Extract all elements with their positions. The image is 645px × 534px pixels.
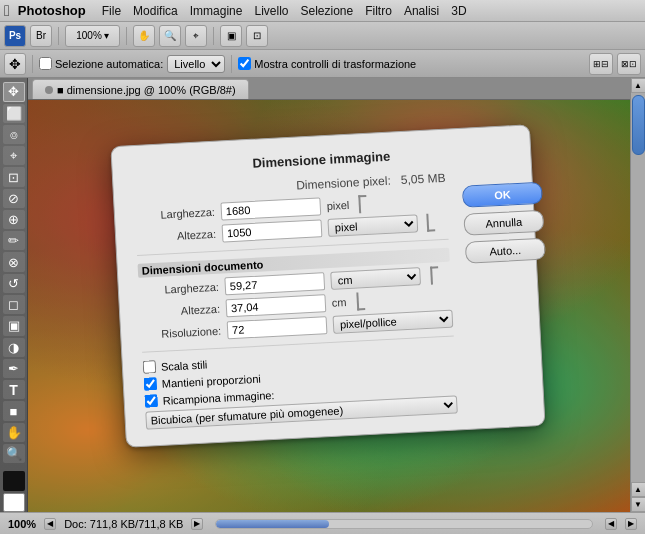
lasso-tool-btn[interactable]: ⌖ xyxy=(185,25,207,47)
toolbar-sep-3 xyxy=(213,27,214,45)
zoom-tool[interactable]: 🔍 xyxy=(3,444,25,463)
canvas-background: Dimensione immagine Dimensione pixel: 5,… xyxy=(28,100,630,512)
resolution-label: Risoluzione: xyxy=(141,325,222,341)
lasso-tool[interactable]: ⌾ xyxy=(3,125,25,144)
apple-menu[interactable]:  xyxy=(4,2,10,20)
eraser-tool[interactable]: ◻ xyxy=(3,295,25,314)
menu-modifica[interactable]: Modifica xyxy=(133,4,178,18)
canvas-area: ■ dimensione.jpg @ 100% (RGB/8#) Dimensi… xyxy=(28,78,630,512)
auto-select-checkbox-label: Selezione automatica: xyxy=(39,57,163,70)
doc-height-input[interactable] xyxy=(226,294,327,317)
zoom-tool-btn[interactable]: 🔍 xyxy=(159,25,181,47)
status-nav-left[interactable]: ◀ xyxy=(44,518,56,530)
tools-panel: ✥ ⬜ ⌾ ⌖ ⊡ ⊘ ⊕ ✏ ⊗ ↺ ◻ ▣ ◑ ✒ T ■ ✋ 🔍 xyxy=(0,78,28,512)
toolbar-sep-1 xyxy=(58,27,59,45)
menu-livello[interactable]: Livello xyxy=(254,4,288,18)
scala-stili-checkbox[interactable] xyxy=(143,360,157,374)
height-input[interactable] xyxy=(222,219,323,242)
resolution-unit-select[interactable]: pixel/pollice xyxy=(333,310,454,334)
doc-width-unit-select[interactable]: cm xyxy=(330,267,421,290)
dodge-tool[interactable]: ◑ xyxy=(3,338,25,357)
hand-tool-btn[interactable]: ✋ xyxy=(133,25,155,47)
scroll-up-arrow[interactable]: ▲ xyxy=(631,78,646,93)
width-input[interactable] xyxy=(220,197,321,220)
extra-btn-2[interactable]: ⊠⊡ xyxy=(617,53,641,75)
dialog-button-group: OK Annulla Auto... xyxy=(461,166,554,413)
rect-select-tool[interactable]: ⬜ xyxy=(3,104,25,123)
ricampiona-checkbox[interactable] xyxy=(144,394,158,408)
doc-width-input[interactable] xyxy=(224,272,325,295)
toolbar-sep-2 xyxy=(126,27,127,45)
height-label: Altezza: xyxy=(136,228,217,244)
crop-tool[interactable]: ⊡ xyxy=(3,167,25,186)
shape-tool[interactable]: ■ xyxy=(3,401,25,420)
transform-checkbox[interactable] xyxy=(238,57,251,70)
hand-tool[interactable]: ✋ xyxy=(3,423,25,442)
frame2-btn[interactable]: ⊡ xyxy=(246,25,268,47)
tab-title: ■ dimensione.jpg @ 100% (RGB/8#) xyxy=(57,84,236,96)
width-unit: pixel xyxy=(326,199,349,212)
right-scrollbar: ▲ ▲ ▼ xyxy=(630,78,645,512)
ok-button[interactable]: OK xyxy=(462,182,543,208)
auto-button[interactable]: Auto... xyxy=(465,238,546,264)
scroll-down-arrow-2[interactable]: ▼ xyxy=(631,497,646,512)
doc-height-label: Altezza: xyxy=(140,303,221,319)
annulla-button[interactable]: Annulla xyxy=(463,210,544,236)
status-progress-bar xyxy=(215,519,593,529)
menu-filtro[interactable]: Filtro xyxy=(365,4,392,18)
status-progress-fill xyxy=(216,520,329,528)
heal-brush-tool[interactable]: ⊕ xyxy=(3,210,25,229)
status-scroll-right[interactable]: ▶ xyxy=(625,518,637,530)
status-doc: Doc: 711,8 KB/711,8 KB xyxy=(64,518,183,530)
menu-selezione[interactable]: Selezione xyxy=(300,4,353,18)
tab-bar: ■ dimensione.jpg @ 100% (RGB/8#) xyxy=(28,78,630,100)
text-tool[interactable]: T xyxy=(3,380,25,399)
status-scroll-left[interactable]: ◀ xyxy=(605,518,617,530)
canvas-tab[interactable]: ■ dimensione.jpg @ 100% (RGB/8#) xyxy=(32,79,249,99)
toolbar-2: ✥ Selezione automatica: Livello Mostra c… xyxy=(0,50,645,78)
ps-button[interactable]: Ps xyxy=(4,25,26,47)
menu-3d[interactable]: 3D xyxy=(451,4,466,18)
status-zoom: 100% xyxy=(8,518,36,530)
resolution-input[interactable] xyxy=(227,316,328,339)
dialog-form: Dimensione pixel: 5,05 MB Larghezza: pix… xyxy=(134,171,458,430)
image-size-dialog: Dimensione immagine Dimensione pixel: 5,… xyxy=(110,124,545,448)
br-button[interactable]: Br xyxy=(30,25,52,47)
status-bar: 100% ◀ Doc: 711,8 KB/711,8 KB ▶ ◀ ▶ xyxy=(0,512,645,534)
status-nav-right[interactable]: ▶ xyxy=(191,518,203,530)
mantieni-proporzioni-checkbox[interactable] xyxy=(144,377,158,391)
menu-analisi[interactable]: Analisi xyxy=(404,4,439,18)
scroll-down-arrow-1[interactable]: ▲ xyxy=(631,482,646,497)
menu-bar:  Photoshop File Modifica Immagine Livel… xyxy=(0,0,645,22)
frame-btn[interactable]: ▣ xyxy=(220,25,242,47)
magic-wand-tool[interactable]: ⌖ xyxy=(3,146,25,165)
menu-immagine[interactable]: Immagine xyxy=(190,4,243,18)
move-tool-btn[interactable]: ✥ xyxy=(4,53,26,75)
mantieni-proporzioni-label: Mantieni proporzioni xyxy=(162,372,262,389)
move-tool[interactable]: ✥ xyxy=(3,82,25,102)
transform-label: Mostra controlli di trasformazione xyxy=(254,58,416,70)
transform-checkbox-label: Mostra controlli di trasformazione xyxy=(238,57,416,70)
ricampiona-label: Ricampiona immagine: xyxy=(162,388,274,406)
menu-file[interactable]: File xyxy=(102,4,121,18)
pen-tool[interactable]: ✒ xyxy=(3,359,25,378)
toolbar2-sep-2 xyxy=(231,55,232,73)
extra-btn-1[interactable]: ⊞⊟ xyxy=(589,53,613,75)
eyedropper-tool[interactable]: ⊘ xyxy=(3,189,25,208)
toolbar-1: Ps Br 100% ▾ ✋ 🔍 ⌖ ▣ ⊡ xyxy=(0,22,645,50)
brush-tool[interactable]: ✏ xyxy=(3,231,25,250)
gradient-tool[interactable]: ▣ xyxy=(3,316,25,335)
app-name: Photoshop xyxy=(18,3,86,18)
stamp-tool[interactable]: ⊗ xyxy=(3,252,25,271)
history-brush-tool[interactable]: ↺ xyxy=(3,274,25,293)
scroll-thumb[interactable] xyxy=(632,95,645,155)
background-color[interactable] xyxy=(3,493,25,513)
foreground-color[interactable] xyxy=(3,471,25,490)
zoom-display[interactable]: 100% ▾ xyxy=(65,25,120,47)
auto-select-checkbox[interactable] xyxy=(39,57,52,70)
doc-height-unit: cm xyxy=(332,296,347,309)
height-unit-select[interactable]: pixel xyxy=(327,214,418,237)
auto-select-dropdown[interactable]: Livello xyxy=(167,55,225,73)
dialog-main: Dimensione pixel: 5,05 MB Larghezza: pix… xyxy=(134,167,524,429)
tab-dot xyxy=(45,86,53,94)
